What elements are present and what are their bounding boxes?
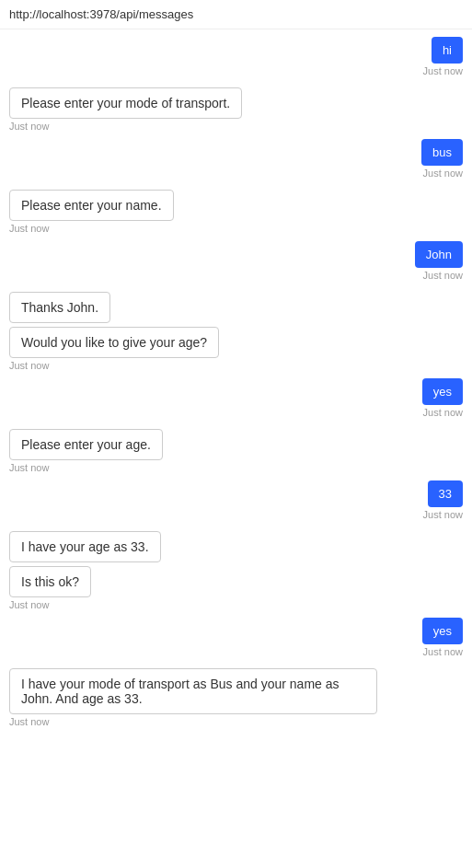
timestamp: Just now	[423, 646, 463, 657]
timestamp: Just now	[423, 509, 463, 520]
user-message-row: hiJust now	[9, 37, 463, 84]
bot-bubble: Is this ok?	[9, 566, 91, 597]
bot-message-group: Please enter your name.Just now	[9, 190, 463, 241]
bot-bubble: Please enter your age.	[9, 429, 163, 460]
bot-message-group: Please enter your mode of transport.Just…	[9, 87, 463, 139]
timestamp: Just now	[9, 360, 463, 371]
user-bubble: John	[415, 241, 463, 268]
bot-bubble: Please enter your name.	[9, 190, 174, 221]
timestamp: Just now	[423, 168, 463, 179]
chat-container: hiJust nowPlease enter your mode of tran…	[0, 29, 472, 742]
timestamp: Just now	[9, 223, 463, 234]
bot-message-group: Thanks John.Would you like to give your …	[9, 292, 463, 378]
timestamp: Just now	[9, 462, 463, 473]
user-message-row: busJust now	[9, 139, 463, 186]
timestamp: Just now	[9, 599, 463, 610]
bot-message-group: Please enter your age.Just now	[9, 429, 463, 480]
timestamp: Just now	[423, 407, 463, 418]
timestamp: Just now	[423, 270, 463, 281]
bot-message-group: I have your mode of transport as Bus and…	[9, 668, 463, 735]
bot-bubble: Please enter your mode of transport.	[9, 87, 242, 119]
bot-bubble: I have your age as 33.	[9, 531, 161, 562]
user-bubble: yes	[422, 378, 463, 405]
user-bubble: hi	[432, 37, 463, 64]
user-bubble: 33	[428, 480, 463, 507]
user-message-row: JohnJust now	[9, 241, 463, 288]
timestamp: Just now	[9, 716, 463, 727]
user-message-row: 33Just now	[9, 480, 463, 527]
url-bar: http://localhost:3978/api/messages	[0, 0, 472, 29]
bot-bubble: Would you like to give your age?	[9, 327, 219, 358]
user-message-row: yesJust now	[9, 618, 463, 665]
user-message-row: yesJust now	[9, 378, 463, 425]
user-bubble: bus	[421, 139, 463, 166]
user-bubble: yes	[422, 618, 463, 644]
bot-bubble: I have your mode of transport as Bus and…	[9, 668, 377, 714]
bot-message-group: I have your age as 33.Is this ok?Just no…	[9, 531, 463, 618]
timestamp: Just now	[423, 65, 463, 76]
bot-bubble: Thanks John.	[9, 292, 110, 323]
timestamp: Just now	[9, 121, 463, 132]
